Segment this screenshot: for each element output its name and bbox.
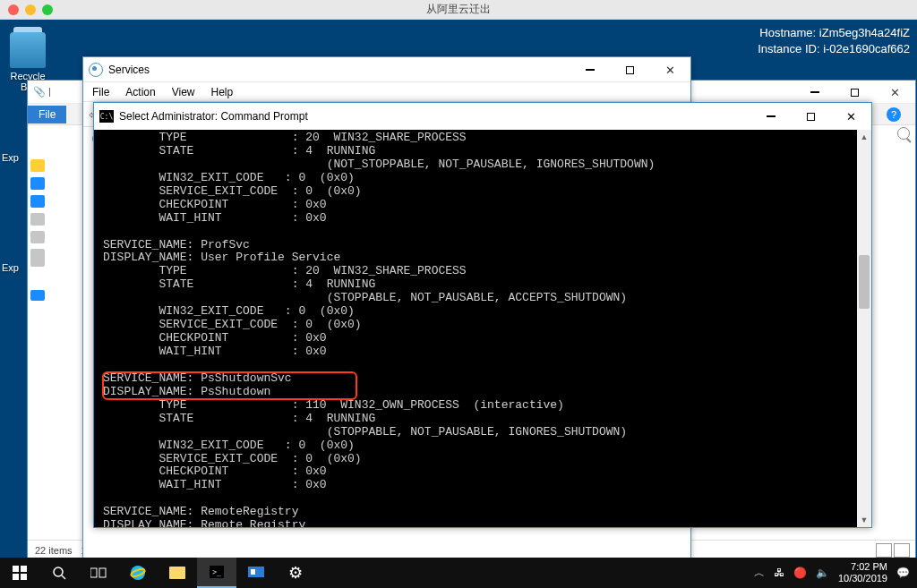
cmd-minimize-button[interactable] — [750, 103, 791, 130]
clock-time: 7:02 PM — [838, 561, 887, 573]
taskbar: >_ ⚙ ︿ 🖧 🔴 🔈 7:02 PM 10/30/2019 💬 — [0, 558, 917, 588]
scroll-thumb[interactable] — [859, 255, 870, 309]
explorer-file-tab[interactable]: File — [28, 106, 66, 124]
services-close-button[interactable]: ✕ — [650, 57, 690, 82]
explorer-search-icon[interactable] — [897, 127, 910, 140]
trash-icon — [10, 32, 46, 68]
desktop-label-exp2: Exp — [2, 262, 19, 273]
svg-rect-7 — [251, 569, 255, 575]
svg-rect-6 — [248, 567, 264, 577]
mac-titlebar: 从阿里云迁出 — [0, 0, 917, 20]
desktop-info-overlay: Hostname: iZm5eg3h4a24fiZ Instance ID: i… — [758, 25, 910, 57]
services-maximize-button[interactable] — [610, 57, 650, 82]
taskbar-server-manager-icon[interactable] — [236, 558, 276, 588]
system-tray: ︿ 🖧 🔴 🔈 7:02 PM 10/30/2019 💬 — [754, 558, 910, 588]
downloads-nav-icon[interactable] — [30, 195, 45, 208]
tray-notifications-icon[interactable]: 💬 — [896, 567, 910, 579]
svg-line-1 — [62, 575, 65, 579]
tray-volume-icon[interactable]: 🔈 — [816, 567, 829, 579]
tray-alert-icon[interactable]: 🔴 — [793, 567, 807, 579]
cmd-titlebar[interactable]: C:\ Select Administrator: Command Prompt… — [94, 103, 871, 130]
services-icon — [89, 63, 103, 77]
taskbar-ie-icon[interactable] — [118, 558, 158, 588]
quick-access-icon[interactable] — [30, 159, 45, 172]
services-menu-help[interactable]: Help — [211, 86, 234, 98]
services-minimize-button[interactable] — [570, 57, 610, 82]
services-titlebar[interactable]: Services ✕ — [83, 57, 690, 82]
svg-rect-2 — [90, 568, 97, 577]
tray-chevron-up-icon[interactable]: ︿ — [754, 566, 765, 581]
cmd-maximize-button[interactable] — [791, 103, 831, 130]
instance-id-text: Instance ID: i-02e1690caf662 — [758, 41, 910, 57]
pin-icon[interactable]: 📎 | — [33, 86, 51, 98]
scroll-down-icon[interactable]: ▼ — [857, 513, 871, 527]
cmd-scrollbar[interactable]: ▲ ▼ — [857, 130, 871, 527]
hostname-text: Hostname: iZm5eg3h4a24fiZ — [758, 25, 910, 41]
explorer-maximize-button[interactable] — [835, 81, 875, 104]
cmd-title: Select Administrator: Command Prompt — [119, 110, 308, 123]
documents-nav-icon[interactable] — [30, 213, 45, 226]
tray-network-icon[interactable]: 🖧 — [774, 567, 784, 579]
this-pc-nav-icon[interactable] — [30, 290, 45, 301]
taskbar-settings-icon[interactable]: ⚙ — [276, 558, 315, 588]
explorer-minimize-button[interactable] — [794, 81, 835, 104]
pictures-nav-icon[interactable] — [30, 231, 45, 243]
task-view-button[interactable] — [79, 558, 118, 588]
svg-rect-3 — [99, 568, 106, 577]
svg-point-0 — [54, 567, 63, 576]
clock-date: 10/30/2019 — [838, 573, 887, 584]
explorer-help-button[interactable]: ? — [887, 107, 901, 122]
taskbar-clock[interactable]: 7:02 PM 10/30/2019 — [838, 561, 887, 584]
services-menu-action[interactable]: Action — [125, 86, 155, 98]
cmd-icon: C:\ — [99, 110, 114, 123]
explorer-view-large-icon[interactable] — [894, 543, 910, 558]
scroll-up-icon[interactable]: ▲ — [857, 130, 871, 144]
explorer-view-details-icon[interactable] — [876, 543, 892, 558]
command-prompt-window: C:\ Select Administrator: Command Prompt… — [93, 102, 872, 528]
services-menu-bar: File Action View Help — [83, 82, 690, 102]
cmd-close-button[interactable]: ✕ — [831, 103, 871, 130]
taskbar-explorer-icon[interactable] — [158, 558, 197, 588]
taskbar-cmd-icon[interactable]: >_ — [197, 558, 236, 588]
mac-window-title: 从阿里云迁出 — [0, 2, 917, 17]
cmd-terminal-body[interactable]: TYPE : 20 WIN32_SHARE_PROCESS STATE : 4 … — [94, 130, 871, 527]
desktop-nav-icon[interactable] — [30, 177, 45, 190]
services-title: Services — [108, 64, 150, 76]
unknown-nav-icon[interactable] — [30, 249, 45, 267]
services-menu-file[interactable]: File — [92, 86, 109, 98]
desktop-label-exp1: Exp — [2, 152, 19, 163]
explorer-item-count: 22 items — [35, 545, 73, 556]
start-button[interactable] — [0, 558, 39, 588]
taskbar-search-button[interactable] — [39, 558, 79, 588]
explorer-nav-pane — [30, 159, 47, 301]
services-menu-view[interactable]: View — [172, 86, 195, 98]
explorer-close-button[interactable]: ✕ — [875, 81, 915, 104]
